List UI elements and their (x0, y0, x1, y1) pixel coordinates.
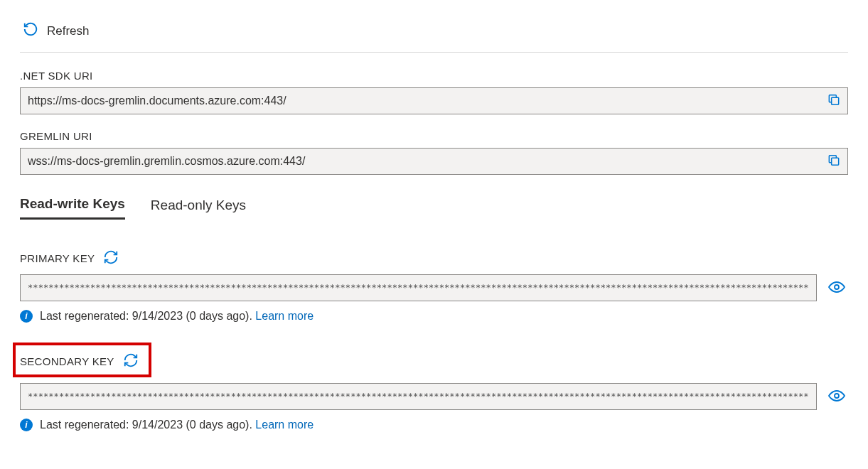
copy-button[interactable] (824, 90, 844, 112)
copy-button[interactable] (824, 151, 844, 173)
svg-point-3 (835, 394, 839, 398)
secondary-key-info: i Last regenerated: 9/14/2023 (0 days ag… (20, 419, 848, 431)
show-secondary-key-button[interactable] (825, 387, 848, 407)
refresh-label: Refresh (47, 24, 90, 38)
tab-read-only-keys[interactable]: Read-only Keys (151, 196, 246, 220)
regenerate-primary-button[interactable] (102, 248, 120, 269)
info-icon: i (20, 419, 33, 431)
learn-more-link[interactable]: Learn more (255, 419, 314, 431)
eye-icon (828, 389, 845, 404)
svg-point-2 (835, 285, 839, 289)
secondary-key-highlight: SECONDARY KEY (13, 343, 151, 377)
gremlin-uri-input[interactable] (20, 148, 848, 175)
toolbar: Refresh (20, 14, 848, 53)
secondary-key-input[interactable] (20, 383, 817, 410)
net-sdk-uri-label: .NET SDK URI (20, 70, 848, 82)
secondary-key-section: SECONDARY KEY (20, 343, 848, 431)
primary-key-info: i Last regenerated: 9/14/2023 (0 days ag… (20, 310, 848, 323)
svg-rect-1 (832, 158, 839, 165)
regenerate-icon (103, 249, 119, 267)
net-sdk-uri-input[interactable] (20, 87, 848, 114)
eye-icon (828, 281, 845, 296)
tab-read-write-keys[interactable]: Read-write Keys (20, 196, 125, 220)
primary-key-input[interactable] (20, 274, 817, 301)
primary-key-regenerated-text: Last regenerated: 9/14/2023 (0 days ago)… (40, 310, 255, 322)
show-primary-key-button[interactable] (825, 278, 848, 298)
primary-key-section: PRIMARY KEY i Last (20, 248, 848, 323)
gremlin-uri-label: GREMLIN URI (20, 130, 848, 142)
secondary-key-label: SECONDARY KEY (20, 355, 114, 367)
learn-more-link[interactable]: Learn more (255, 310, 314, 322)
regenerate-icon (123, 352, 139, 370)
svg-rect-0 (832, 97, 839, 104)
gremlin-uri-field: GREMLIN URI (20, 130, 848, 175)
secondary-key-regenerated-text: Last regenerated: 9/14/2023 (0 days ago)… (40, 419, 255, 431)
net-sdk-uri-field: .NET SDK URI (20, 70, 848, 114)
primary-key-label-row: PRIMARY KEY (20, 248, 848, 269)
primary-key-label: PRIMARY KEY (20, 252, 95, 264)
regenerate-secondary-button[interactable] (122, 351, 140, 372)
key-tabs: Read-write Keys Read-only Keys (20, 196, 848, 220)
refresh-button[interactable]: Refresh (20, 20, 92, 42)
refresh-icon (23, 21, 38, 41)
copy-icon (827, 93, 841, 109)
copy-icon (827, 153, 841, 170)
info-icon: i (20, 310, 33, 323)
